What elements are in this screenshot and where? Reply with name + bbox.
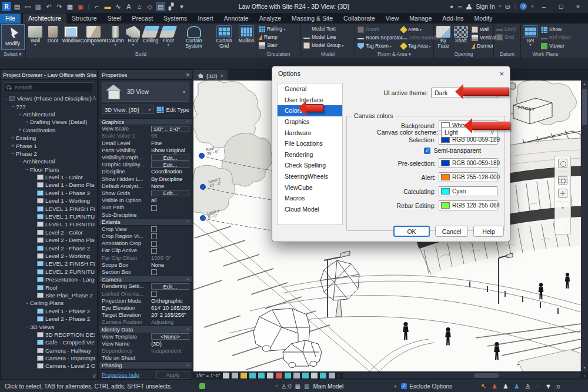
property-row[interactable]: Camera xyxy=(99,276,192,283)
cancel-button[interactable]: Cancel xyxy=(435,226,468,237)
property-row[interactable]: Dependency Independent xyxy=(99,347,192,354)
ribbon-button[interactable]: Curtain Grid xyxy=(211,24,238,51)
ribbon-button[interactable]: Viewer xyxy=(539,42,570,50)
ribbon-button[interactable]: Model Line xyxy=(302,33,354,41)
type-selector[interactable]: 3D View ▾ xyxy=(102,82,189,102)
zoom-icon[interactable] xyxy=(558,176,567,185)
ribbon-button[interactable]: Tag Room▾ xyxy=(356,42,399,50)
qat-icon[interactable]: ↷ xyxy=(55,2,64,11)
view-scale-button[interactable]: 1/8" = 1'-0" xyxy=(196,373,220,378)
selection-filter-icon[interactable]: ♟ xyxy=(503,383,509,390)
property-row[interactable]: Projection Mode Orthographic xyxy=(99,297,192,304)
view-control-icon[interactable] xyxy=(285,373,291,378)
active-design-option[interactable]: Main Model xyxy=(313,383,343,390)
property-row[interactable]: Far Clip Offset 1000' 0" xyxy=(99,254,192,262)
expand-collapse-icon[interactable]: − xyxy=(10,150,16,156)
property-row[interactable]: Default Analysi... None xyxy=(99,183,192,190)
scroll-down-icon[interactable]: ᐯ xyxy=(93,374,96,379)
qat-icon[interactable]: ▥ xyxy=(34,2,43,11)
tree-item[interactable]: Level 1 - Color xyxy=(1,173,95,181)
property-row[interactable]: Eye Elevation 614' 10 165/256" xyxy=(99,304,192,311)
tree-item[interactable]: − Views (Phase and Discipline) xyxy=(1,95,95,102)
ok-button[interactable]: OK xyxy=(393,226,430,237)
qat-icon[interactable]: ⌐ xyxy=(92,2,102,11)
ribbon-button[interactable]: Door xyxy=(44,24,62,51)
ribbon-tab[interactable]: File xyxy=(0,14,21,24)
selection-filter-icon[interactable]: ↖ xyxy=(481,383,486,390)
tree-item[interactable]: 3D RECPTION DESK xyxy=(1,331,95,339)
ribbon-button[interactable]: By Face xyxy=(435,24,452,51)
view-control-icon[interactable] xyxy=(267,373,273,378)
ribbon-button[interactable]: Mullion xyxy=(238,24,255,51)
navbar-more-icon[interactable]: ▾ xyxy=(562,206,564,210)
ribbon-button[interactable]: Window xyxy=(62,24,81,51)
ribbon-button[interactable]: Model Text xyxy=(302,25,354,33)
sign-in-label[interactable]: Sign In xyxy=(476,3,495,10)
ribbon-tab[interactable]: Massing & Site xyxy=(286,14,338,24)
browser-search-box[interactable] xyxy=(4,82,94,92)
expand-collapse-icon[interactable]: + xyxy=(10,135,16,141)
close-view-icon[interactable]: × xyxy=(220,73,223,79)
ribbon-button[interactable]: Grid xyxy=(495,33,520,41)
qat-icon[interactable]: ▬ xyxy=(103,2,112,11)
tree-item[interactable]: LEVEL 1 FINISH FLOO xyxy=(1,205,95,212)
selection-filter-icon[interactable]: ◌ xyxy=(536,383,540,390)
property-row[interactable]: Scale Value 1: 96 xyxy=(99,132,192,139)
tree-item[interactable]: + Drafting Views (Detail) xyxy=(1,118,95,126)
property-row[interactable]: Graphics xyxy=(99,118,192,125)
view-control-icon[interactable] xyxy=(293,373,300,378)
view-selector-dropdown[interactable]: 3D View: {3D}▾ xyxy=(102,105,154,114)
ribbon-button[interactable]: Railing▾ xyxy=(257,25,300,33)
design-option-dropdown-icon[interactable]: ▾ xyxy=(394,384,396,389)
qat-icon[interactable]: ▣ xyxy=(76,2,85,11)
property-row[interactable]: Sub-Discipline xyxy=(99,211,192,218)
options-nav-item[interactable]: Rendering xyxy=(278,149,342,160)
tree-item[interactable]: Level 2 - Demo Plan xyxy=(1,236,95,244)
edit-type-button[interactable]: Edit Type xyxy=(166,106,189,113)
qat-icon[interactable]: ▤ xyxy=(12,2,22,11)
tree-item[interactable]: Level 2 - Working xyxy=(1,252,95,260)
expand-collapse-icon[interactable]: + xyxy=(24,119,30,125)
options-nav-item[interactable]: Cloud Model xyxy=(278,204,342,215)
options-nav-item[interactable]: Check Spelling xyxy=(278,160,342,171)
view-control-icon[interactable] xyxy=(249,373,256,378)
tree-item[interactable]: Camera - Impromptu xyxy=(1,354,95,362)
semi-transparent-checkbox[interactable]: ✓ xyxy=(424,148,430,154)
project-browser-header[interactable]: Project Browser - Law Office with Site..… xyxy=(1,70,97,80)
qat-icon[interactable]: ▦ xyxy=(65,2,75,11)
help-icon[interactable]: ? xyxy=(520,3,527,10)
sign-in-dropdown-icon[interactable]: ▾ xyxy=(499,4,502,9)
qat-icon[interactable]: ▭ xyxy=(23,2,32,11)
property-row[interactable]: Show Grids Edit... xyxy=(99,190,192,197)
property-row[interactable]: View Template <None> xyxy=(99,333,192,340)
ribbon-tab[interactable]: Precast xyxy=(127,14,159,24)
qat-icon[interactable]: ▞ xyxy=(166,2,176,11)
set-work-plane-button[interactable]: Set ▾ xyxy=(522,24,539,51)
expand-collapse-icon[interactable]: − xyxy=(17,159,23,165)
design-options-icon[interactable]: ▥ xyxy=(304,383,309,390)
options-nav-item[interactable]: Hardware xyxy=(278,127,342,138)
ribbon-button[interactable]: Roof ▾ xyxy=(124,24,142,51)
properties-header[interactable]: Properties × xyxy=(99,70,192,80)
tree-item[interactable]: Roof xyxy=(1,283,95,291)
tree-item[interactable]: + Existing xyxy=(1,134,95,142)
selection-filter-icon[interactable]: ♟ xyxy=(514,383,520,390)
color-picker-field[interactable]: RGB 128-255-064 xyxy=(439,200,497,210)
property-row[interactable]: Visible In Option all xyxy=(99,197,192,204)
ribbon-button[interactable]: Stair xyxy=(257,41,300,49)
ribbon-button[interactable]: Wall ▾ xyxy=(26,24,44,51)
ribbon-button[interactable]: Ref Plane xyxy=(539,33,570,42)
room-area-panel-caption[interactable]: Room & Area ▾ xyxy=(355,51,433,58)
tree-item[interactable]: − Architectural xyxy=(1,110,95,118)
scroll-left-icon[interactable]: ‹ xyxy=(338,373,340,378)
expand-collapse-icon[interactable]: − xyxy=(24,300,30,306)
close-icon[interactable]: × xyxy=(186,72,189,78)
ribbon-button[interactable]: Tag Area▾ xyxy=(399,42,435,50)
property-row[interactable]: Locked Orienta... xyxy=(99,290,192,297)
tree-item[interactable]: − Ceiling Plans xyxy=(1,299,95,307)
ribbon-tab[interactable]: Modify xyxy=(469,14,498,24)
account-icon[interactable] xyxy=(466,4,472,9)
maximize-button[interactable]: ▢ xyxy=(554,4,567,9)
ribbon-button[interactable]: Show xyxy=(539,25,570,33)
app-store-icon[interactable]: ⛁ xyxy=(505,4,510,10)
